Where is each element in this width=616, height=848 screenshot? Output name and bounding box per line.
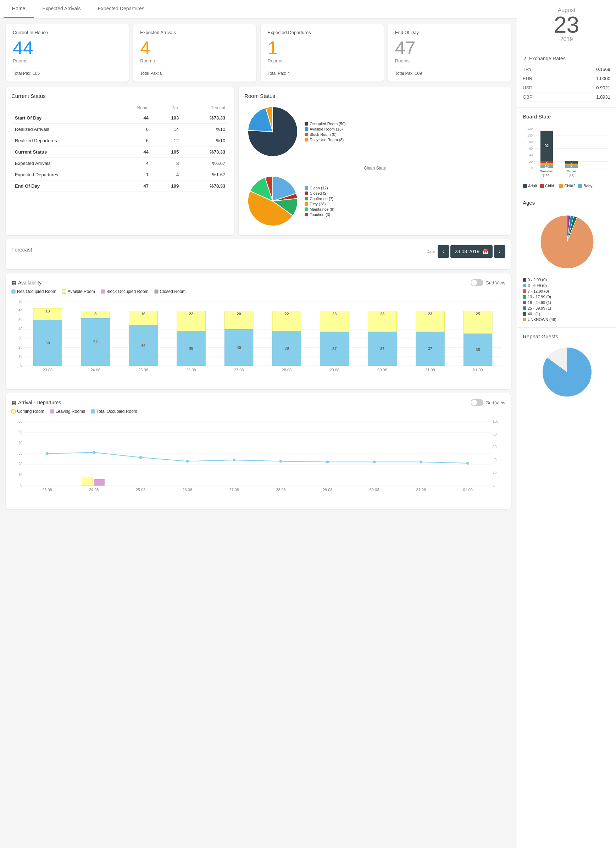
ages-legend-item: 0 - 2.99 (0) (523, 278, 607, 282)
room-status-panel: Room Status Occupied Room (50)Availble R… (239, 87, 511, 235)
board-state-legend: AdultChild1Child2Baby (523, 184, 610, 188)
card-pax-departures: Total Pax: 4 (268, 67, 377, 76)
repeat-guests-title: Repeat Guests (523, 334, 610, 339)
ages-legend-item: 7 - 12.99 (0) (523, 289, 607, 293)
date-day: 23 (524, 13, 609, 36)
clean-state-label: Clean State (244, 166, 505, 170)
availability-chart (11, 298, 505, 383)
room-status-pie (244, 103, 301, 160)
grid-view-label: Grid View (486, 280, 505, 286)
pie-legend-item: Daily Use Room (3) (305, 138, 346, 142)
pie-legend-item: Maintaince (8) (305, 207, 335, 211)
grid-view-toggle2[interactable] (471, 399, 483, 406)
ages-legend: 0 - 2.99 (0)3 - 6.99 (0)7 - 12.99 (0)13 … (523, 278, 610, 322)
card-number-current: 44 (13, 38, 121, 58)
availability-title: Availability (18, 280, 41, 286)
card-title-current: Current In House (13, 30, 121, 35)
exchange-row: EUR1.0000 (523, 74, 610, 83)
tab-home[interactable]: Home (3, 0, 34, 18)
pie-legend-item: Occupied Room (50) (305, 122, 346, 126)
ages-title: Ages (523, 200, 610, 206)
date-year: 2019 (524, 36, 609, 43)
legend-item: Total Occupied Room (91, 409, 137, 414)
legend-item: Res Occupied Room (11, 289, 56, 294)
repeat-guests-canvas (523, 344, 612, 400)
pie-legend-item: Closed (2) (305, 191, 335, 196)
pie1-legend: Occupied Room (50)Availble Room (13)Bloc… (305, 122, 346, 142)
forecast-title: Forecast (11, 246, 32, 252)
exchange-rates-list: TRY0.1569EUR1.0000USD0.9021GBP1.0931 (523, 65, 610, 102)
board-legend-item: Baby (578, 184, 592, 188)
board-state-widget: Board State AdultChild1Child2Baby (517, 108, 616, 194)
current-status-title: Current Status (11, 93, 229, 99)
ages-legend-item: 13 - 17.99 (0) (523, 295, 607, 299)
card-title-eod: End Of Day (395, 30, 504, 35)
calendar-icon: 📅 (482, 249, 488, 254)
card-pax-current: Total Pax: 105 (13, 67, 121, 76)
status-table: Room Pax Percent Start Of Day44103%73.33… (11, 103, 229, 192)
pie-legend-item: Block Room (0) (305, 132, 346, 136)
date-widget: August 23 2019 (517, 0, 616, 50)
clean-state-pie (244, 173, 301, 230)
stat-cards-row: Current In House 44 Rooms Total Pax: 105… (0, 18, 517, 87)
ages-legend-item: UNKNOWN (46) (523, 317, 607, 322)
date-prev-button[interactable]: ‹ (438, 245, 449, 258)
exchange-row: TRY0.1569 (523, 65, 610, 74)
pie-legend-item: Confirmed (7) (305, 197, 335, 201)
col-header-pax: Pax (152, 103, 182, 113)
card-rooms-current: Rooms (13, 58, 121, 64)
date-nav: Date ‹ 23.08.2019 📅 › (426, 245, 505, 258)
forecast-header: Forecast Date ‹ 23.08.2019 📅 › (11, 245, 505, 258)
right-panel: August 23 2019 ↗ Exchange Rates TRY0.156… (517, 0, 616, 848)
card-title-departures: Expected Departures (268, 30, 377, 35)
exchange-rates-widget: ↗ Exchange Rates TRY0.1569EUR1.0000USD0.… (517, 50, 616, 108)
pie-legend-item: Availble Room (13) (305, 127, 346, 131)
arrivals-departures-title: Arrival - Departures (18, 400, 61, 405)
ages-legend-item: 18 - 24.99 (1) (523, 300, 607, 305)
exchange-row: GBP1.0931 (523, 93, 610, 102)
tab-expected-arrivals[interactable]: Expected Arrivals (34, 0, 89, 18)
ages-legend-item: 40+ (1) (523, 312, 607, 316)
card-rooms-eod: Rooms (395, 58, 504, 64)
stat-card-end-of-day: End Of Day 47 Rooms Total Pax: 109 (388, 24, 511, 82)
tab-expected-departures[interactable]: Expected Departures (89, 0, 153, 18)
col-header-label (11, 103, 114, 113)
pie-legend-item: Touched (3) (305, 212, 335, 217)
stat-card-current-in-house: Current In House 44 Rooms Total Pax: 105 (6, 24, 129, 82)
chart-bar-icon: ▦ (11, 280, 16, 286)
col-header-percent: Percent (182, 103, 229, 113)
grid-view-toggle[interactable] (471, 279, 483, 286)
chart-bar-icon2: ▦ (11, 400, 16, 405)
board-legend-item: Child1 (540, 184, 556, 188)
ages-canvas (523, 210, 612, 274)
card-pax-arrivals: Total Pax: 8 (140, 67, 249, 76)
date-next-button[interactable]: › (494, 245, 505, 258)
card-number-arrivals: 4 (140, 38, 249, 58)
grid-view-toggle2-container: Grid View (471, 399, 505, 406)
tab-bar: Home Expected Arrivals Expected Departur… (0, 0, 517, 18)
availability-title-row: ▦ Availability (11, 280, 41, 286)
card-rooms-departures: Rooms (268, 58, 377, 64)
board-state-canvas (523, 124, 612, 181)
card-title-arrivals: Expected Arrivals (140, 30, 249, 35)
ages-widget: Ages 0 - 2.99 (0)3 - 6.99 (0)7 - 12.99 (… (517, 194, 616, 328)
legend-item: Coming Room (11, 409, 44, 414)
exchange-row: USD0.9021 (523, 83, 610, 93)
date-display: 23.08.2019 📅 (450, 245, 493, 258)
stat-card-arrivals: Expected Arrivals 4 Rooms Total Pax: 8 (133, 24, 256, 82)
availability-legend: Res Occupied RoomAvailble RoomBlock Occu… (11, 289, 505, 294)
pie2-legend: Clean (12)Closed (2)Confirmed (7)Dirty (… (305, 186, 335, 217)
date-label: Date (426, 249, 435, 254)
exchange-icon: ↗ (523, 56, 527, 61)
availability-section: ▦ Availability Grid View Res Occupied Ro… (6, 273, 511, 389)
col-header-room: Room (114, 103, 152, 113)
card-rooms-arrivals: Rooms (140, 58, 249, 64)
pie-legend-item: Clean (12) (305, 186, 335, 190)
room-status-title: Room Status (244, 93, 505, 99)
board-legend-item: Child2 (559, 184, 575, 188)
legend-item: Closed Room (154, 289, 186, 294)
availability-canvas (11, 298, 505, 383)
arrivals-departures-section: ▦ Arrival - Departures Grid View Coming … (6, 393, 511, 509)
ages-legend-item: 25 - 39.99 (1) (523, 306, 607, 310)
arrivals-departures-canvas (11, 418, 505, 503)
